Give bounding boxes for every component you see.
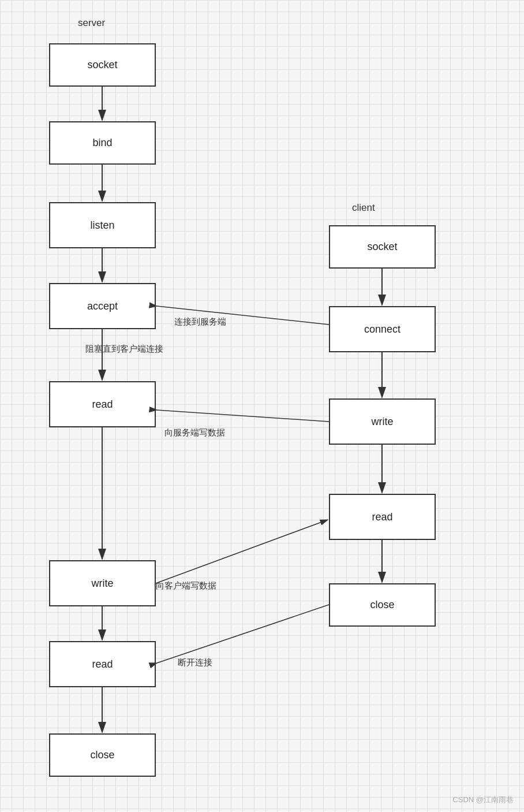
- svg-line-16: [157, 605, 329, 663]
- client-socket-box: socket: [329, 225, 436, 269]
- ann-disconnect: 断开连接: [178, 657, 212, 668]
- server-bind-box: bind: [49, 121, 156, 165]
- server-accept-box: accept: [49, 283, 156, 329]
- server-label: server: [78, 17, 105, 29]
- svg-line-14: [157, 410, 329, 422]
- watermark: CSDN @江南雨巷: [452, 795, 514, 805]
- ann-connect: 连接到服务端: [174, 316, 226, 327]
- server-read-box: read: [49, 381, 156, 427]
- ann-write-server: 向服务端写数据: [164, 427, 225, 438]
- server-socket-box: socket: [49, 43, 156, 87]
- client-read-box: read: [329, 494, 436, 540]
- client-write-box: write: [329, 398, 436, 445]
- server-listen-box: listen: [49, 202, 156, 248]
- server-write-box: write: [49, 560, 156, 606]
- client-connect-box: connect: [329, 306, 436, 352]
- ann-block: 阻塞直到客户端连接: [85, 344, 163, 355]
- server-read2-box: read: [49, 641, 156, 687]
- client-label: client: [352, 202, 375, 214]
- ann-write-client: 向客户端写数据: [156, 580, 216, 591]
- server-close-box: close: [49, 733, 156, 777]
- client-close-box: close: [329, 583, 436, 627]
- svg-line-15: [156, 520, 328, 583]
